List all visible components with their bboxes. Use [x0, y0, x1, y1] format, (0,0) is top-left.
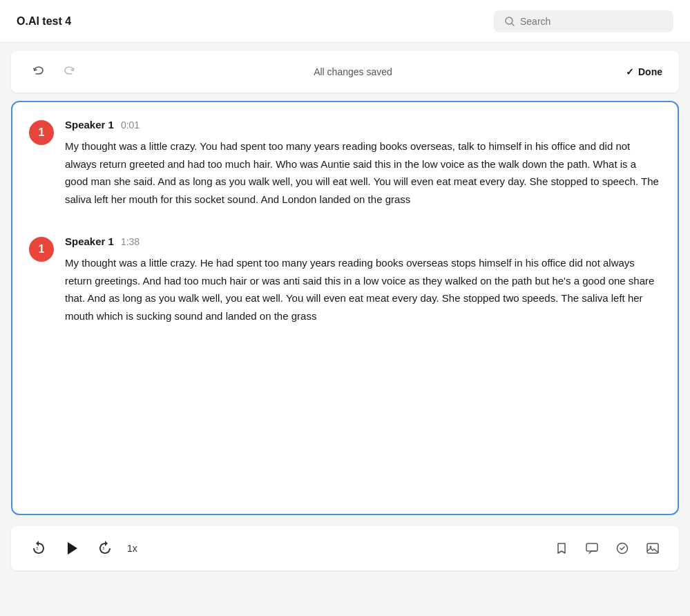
- transcript-body: Speaker 1 0:01 My thought was a little c…: [65, 119, 661, 208]
- checkmark-icon: ✓: [626, 66, 634, 77]
- toolbar-left: [28, 62, 80, 81]
- transcript-container: 1 Speaker 1 0:01 My thought was a little…: [11, 101, 679, 515]
- search-icon: [505, 17, 515, 26]
- speaker-header: Speaker 1 1:38: [65, 235, 661, 247]
- transcript-text[interactable]: My thought was a little crazy. He had sp…: [65, 254, 661, 325]
- player-bar: 5 5 1x: [11, 526, 679, 570]
- done-label: Done: [638, 66, 662, 77]
- transcript-entry: 1 Speaker 1 1:38 My thought was a little…: [29, 235, 661, 325]
- player-controls-left: 5 5 1x: [28, 537, 137, 559]
- check-circle-button[interactable]: [613, 539, 632, 558]
- speaker-timestamp: 1:38: [121, 236, 140, 247]
- svg-point-8: [650, 546, 652, 548]
- speaker-header: Speaker 1 0:01: [65, 119, 661, 131]
- transcript-entry: 1 Speaker 1 0:01 My thought was a little…: [29, 119, 661, 208]
- save-status: All changes saved: [314, 66, 392, 77]
- speaker-timestamp: 0:01: [121, 119, 140, 131]
- toolbar: All changes saved ✓ Done: [11, 51, 679, 93]
- svg-text:5: 5: [37, 546, 39, 550]
- app-title: O.AI test 4: [17, 15, 71, 28]
- search-input[interactable]: [520, 16, 662, 27]
- svg-marker-3: [68, 542, 77, 555]
- redo-button[interactable]: [58, 62, 80, 81]
- search-bar[interactable]: [494, 10, 673, 32]
- speaker-name: Speaker 1: [65, 235, 114, 247]
- svg-line-1: [512, 23, 514, 26]
- transcript-body: Speaker 1 1:38 My thought was a little c…: [65, 235, 661, 325]
- undo-button[interactable]: [28, 62, 50, 81]
- done-area[interactable]: ✓ Done: [626, 66, 662, 77]
- svg-rect-5: [586, 543, 597, 551]
- playback-speed: 1x: [127, 543, 137, 554]
- svg-text:5: 5: [103, 546, 105, 550]
- comment-button[interactable]: [582, 539, 602, 558]
- image-button[interactable]: [643, 539, 662, 558]
- app-header: O.AI test 4: [0, 0, 690, 43]
- speaker-badge: 1: [29, 237, 54, 262]
- speaker-badge: 1: [29, 120, 54, 145]
- player-controls-right: [552, 539, 662, 558]
- bookmark-button[interactable]: [552, 539, 571, 558]
- transcript-text[interactable]: My thought was a little crazy. You had s…: [65, 137, 661, 208]
- speaker-name: Speaker 1: [65, 119, 114, 131]
- rewind-button[interactable]: 5: [28, 537, 50, 559]
- play-button[interactable]: [61, 537, 83, 559]
- forward-button[interactable]: 5: [94, 537, 116, 559]
